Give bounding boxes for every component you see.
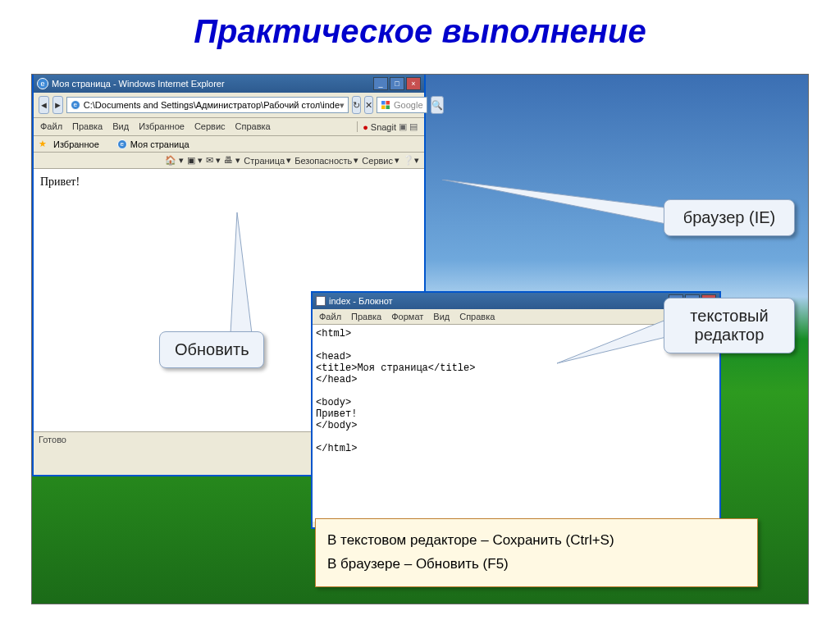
menu-file[interactable]: Файл bbox=[40, 121, 62, 132]
np-menu-edit[interactable]: Правка bbox=[351, 312, 381, 321]
ie-icon: e bbox=[37, 78, 48, 89]
minimize-button[interactable]: _ bbox=[373, 77, 388, 90]
svg-rect-1 bbox=[386, 101, 390, 105]
svg-marker-4 bbox=[231, 212, 252, 334]
page-icon: e bbox=[71, 100, 80, 110]
callout-editor-line2: редактор bbox=[695, 326, 765, 344]
np-menu-help[interactable]: Справка bbox=[459, 312, 495, 321]
menu-service[interactable]: Сервис bbox=[194, 121, 226, 132]
maximize-button[interactable]: □ bbox=[390, 77, 404, 90]
window-controls: _ □ × bbox=[373, 77, 421, 90]
svg-rect-2 bbox=[381, 106, 386, 110]
menu-favorites[interactable]: Избранное bbox=[139, 121, 185, 132]
slide-title: Практическое выполнение bbox=[0, 0, 840, 58]
snagit-window-icon: ▣ bbox=[399, 121, 407, 132]
callout-refresh: Обновить bbox=[159, 331, 264, 368]
search-go-button[interactable]: 🔍 bbox=[431, 96, 444, 114]
stop-button[interactable]: ✕ bbox=[364, 96, 373, 114]
status-text: Готово bbox=[39, 435, 66, 444]
tab-icon: e bbox=[117, 139, 127, 149]
help-button[interactable]: ❔▾ bbox=[403, 155, 419, 166]
print-button[interactable]: 🖶 ▾ bbox=[224, 155, 240, 166]
snagit-toolbar[interactable]: ● Snagit ▣ ▤ bbox=[357, 121, 418, 132]
close-button[interactable]: × bbox=[406, 77, 421, 90]
page-body-text: Привет! bbox=[40, 175, 80, 188]
ie-command-bar: 🏠 ▾ ▣ ▾ ✉ ▾ 🖶 ▾ Страница ▾ Безопасность … bbox=[34, 153, 424, 169]
np-menu-file[interactable]: Файл bbox=[319, 312, 341, 321]
callout-editor: текстовый редактор bbox=[664, 298, 795, 353]
notepad-title-text: index - Блокнот bbox=[329, 296, 393, 306]
ie-menubar: Файл Правка Вид Избранное Сервис Справка… bbox=[34, 118, 424, 136]
snagit-scroll-icon: ▤ bbox=[409, 121, 418, 132]
security-menu[interactable]: Безопасность ▾ bbox=[294, 155, 358, 166]
service-menu[interactable]: Сервис ▾ bbox=[362, 155, 399, 166]
page-menu[interactable]: Страница ▾ bbox=[244, 155, 291, 166]
refresh-button[interactable]: ↻ bbox=[352, 96, 361, 114]
callout-editor-line1: текстовый bbox=[690, 307, 768, 325]
favorites-label[interactable]: Избранное bbox=[53, 139, 99, 149]
ie-favorites-bar: ★ Избранное e Моя страница bbox=[34, 136, 424, 153]
active-tab[interactable]: Моя страница bbox=[130, 139, 189, 149]
callout-refresh-tail bbox=[229, 212, 253, 335]
svg-rect-3 bbox=[386, 106, 390, 110]
home-button[interactable]: 🏠 ▾ bbox=[165, 155, 184, 166]
svg-marker-5 bbox=[442, 180, 670, 225]
callout-browser-text: браузер (IE) bbox=[683, 208, 775, 226]
desktop-background: e Моя страница - Windows Internet Explor… bbox=[31, 74, 809, 604]
info-line1: В текстовом редакторе – Сохранить (Ctrl+… bbox=[327, 529, 746, 553]
google-icon bbox=[381, 100, 390, 110]
np-menu-format[interactable]: Формат bbox=[391, 312, 423, 321]
ie-titlebar[interactable]: e Моя страница - Windows Internet Explor… bbox=[34, 75, 424, 93]
info-line2: В браузере – Обновить (F5) bbox=[327, 553, 746, 577]
menu-view[interactable]: Вид bbox=[112, 121, 129, 132]
info-box: В текстовом редакторе – Сохранить (Ctrl+… bbox=[315, 518, 758, 587]
menu-help[interactable]: Справка bbox=[235, 121, 271, 132]
callout-browser-tail bbox=[442, 180, 672, 229]
address-text: C:\Documents and Settings\Администратор\… bbox=[84, 100, 340, 110]
forward-button[interactable]: ► bbox=[52, 96, 63, 114]
menu-edit[interactable]: Правка bbox=[72, 121, 103, 132]
ie-title-text: Моя страница - Windows Internet Explorer bbox=[52, 79, 225, 89]
search-placeholder: Google bbox=[394, 100, 422, 110]
back-button[interactable]: ◄ bbox=[39, 96, 49, 114]
feeds-button[interactable]: ▣ ▾ bbox=[187, 155, 203, 166]
ie-address-bar: ◄ ► e C:\Documents and Settings\Админист… bbox=[34, 93, 424, 118]
favorites-star-icon[interactable]: ★ bbox=[39, 139, 47, 149]
search-input[interactable]: Google bbox=[377, 97, 427, 113]
callout-browser: браузер (IE) bbox=[664, 199, 795, 236]
callout-refresh-text: Обновить bbox=[175, 340, 249, 358]
mail-button[interactable]: ✉ ▾ bbox=[206, 155, 221, 166]
snagit-icon: ● bbox=[363, 122, 368, 132]
dropdown-icon[interactable]: ▾ bbox=[340, 100, 345, 111]
snagit-label: Snagit bbox=[371, 122, 396, 132]
np-menu-view[interactable]: Вид bbox=[433, 312, 450, 321]
address-input[interactable]: e C:\Documents and Settings\Администрато… bbox=[66, 97, 349, 113]
svg-rect-0 bbox=[381, 101, 386, 105]
notepad-icon bbox=[316, 296, 326, 306]
